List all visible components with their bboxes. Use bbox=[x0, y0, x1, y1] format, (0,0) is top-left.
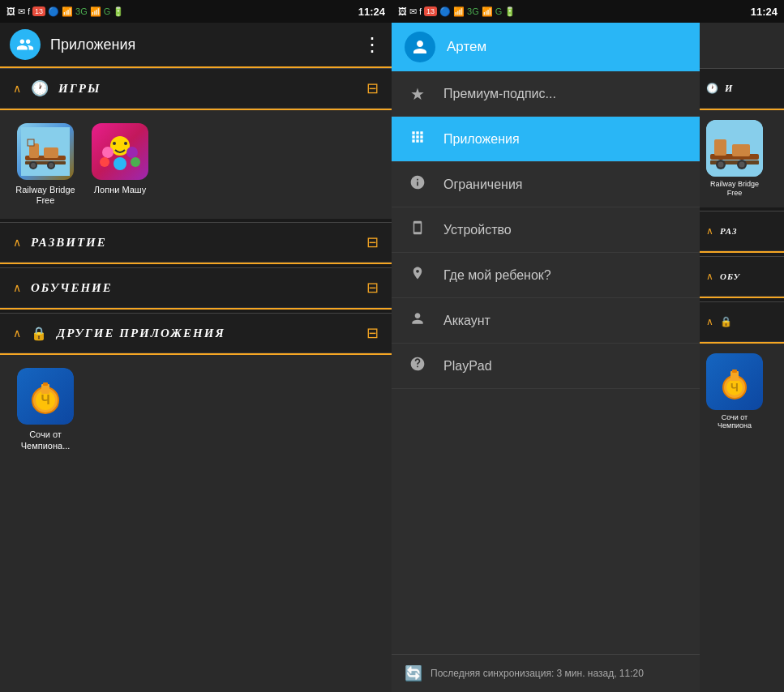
partial-sochi-item[interactable]: Ч Сочи от Чемпиона bbox=[706, 353, 763, 431]
photo-icon: 🖼 bbox=[6, 6, 15, 16]
obuchenie-chevron[interactable]: ∧ bbox=[13, 281, 21, 294]
left-menu-button[interactable]: ⋮ bbox=[362, 33, 382, 56]
partial-sochi-area: Ч Сочи от Чемпиона bbox=[700, 344, 784, 441]
svg-point-29 bbox=[718, 162, 724, 168]
sync-icon: 🔄 bbox=[405, 664, 422, 682]
network-icon: 3G bbox=[75, 6, 88, 16]
partial-razvitie-label: РА3 bbox=[720, 226, 738, 236]
games-title: ИГРЫ bbox=[58, 82, 101, 96]
restrictions-icon bbox=[408, 174, 427, 194]
status-icons-right: 🖼 ✉ f 13 🔵 📶 3G 📶 G 🔋 bbox=[398, 6, 516, 17]
drawer-item-restrictions[interactable]: Ограничения bbox=[392, 162, 700, 207]
partial-games-header: 🕐 И bbox=[700, 68, 784, 109]
bt-icon-r: 🔵 bbox=[439, 6, 451, 17]
apps-icon bbox=[408, 129, 427, 149]
svg-point-15 bbox=[100, 157, 109, 167]
app-railway[interactable]: Railway Bridge Free bbox=[13, 123, 78, 206]
partial-razvitie-chevron: ∧ bbox=[706, 225, 713, 237]
partial-obuchenie-chevron: ∧ bbox=[706, 271, 713, 282]
signal-icon-r: 📶 bbox=[482, 6, 493, 17]
drawer-item-playpad[interactable]: PlayPad bbox=[392, 344, 700, 389]
drawer-user-row[interactable]: Артем bbox=[392, 23, 700, 71]
razvitie-filter-icon[interactable]: ⊟ bbox=[366, 233, 379, 251]
partial-games-label: И bbox=[725, 83, 733, 95]
fb-icon: f bbox=[28, 6, 30, 16]
location-icon bbox=[408, 265, 427, 285]
g-icon-r: G bbox=[495, 6, 503, 16]
razvitie-header-left: ∧ РАЗВИТИЕ bbox=[13, 236, 366, 250]
svg-point-17 bbox=[131, 157, 140, 167]
app-lopni[interactable]: Лопни Машу bbox=[88, 123, 152, 206]
status-bar-right: 🖼 ✉ f 13 🔵 📶 3G 📶 G 🔋 11:24 bbox=[392, 6, 784, 18]
drawer-item-location[interactable]: Где мой ребенок? bbox=[392, 253, 700, 298]
games-chevron[interactable]: ∧ bbox=[13, 82, 21, 95]
signal-icon: 📶 bbox=[90, 6, 101, 17]
sochi-left-icon: Ч bbox=[17, 368, 74, 425]
battery-icon-r: 🔋 bbox=[504, 6, 516, 17]
drawer-item-account[interactable]: Аккаунт bbox=[392, 298, 700, 344]
mail-icon-r: ✉ bbox=[409, 6, 417, 17]
other-header-left: ∧ 🔒 ДРУГИЕ ПРИЛОЖЕНИЯ bbox=[13, 326, 366, 341]
status-bar: 🖼 ✉ f 13 🔵 📶 3G 📶 G 🔋 11:24 🖼 ✉ f 13 🔵 📶… bbox=[0, 0, 784, 23]
obuchenie-title: ОБУЧЕНИЕ bbox=[31, 281, 113, 295]
obuchenie-filter-icon[interactable]: ⊟ bbox=[366, 279, 379, 297]
other-chevron[interactable]: ∧ bbox=[13, 327, 21, 340]
obuchenie-header-left: ∧ ОБУЧЕНИЕ bbox=[13, 281, 366, 295]
fb-icon-r: f bbox=[419, 6, 422, 16]
status-time-right: 11:24 bbox=[751, 6, 778, 18]
drawer-item-device[interactable]: Устройство bbox=[392, 207, 700, 253]
games-section-header: ∧ 🕐 ИГРЫ ⊟ bbox=[0, 68, 392, 109]
account-label: Аккаунт bbox=[443, 314, 491, 328]
razvitie-title: РАЗВИТИЕ bbox=[31, 236, 107, 250]
svg-rect-36 bbox=[732, 369, 737, 373]
status-icons-left: 🖼 ✉ f 13 🔵 📶 3G 📶 G 🔋 bbox=[6, 6, 124, 17]
battery-icon: 🔋 bbox=[113, 6, 124, 17]
razvitie-section-header: ∧ РАЗВИТИЕ ⊟ bbox=[0, 222, 392, 263]
drawer-user-avatar bbox=[405, 32, 435, 62]
razvitie-chevron[interactable]: ∧ bbox=[13, 236, 21, 249]
drawer-item-premium[interactable]: ★ Премиум-подпис... bbox=[392, 71, 700, 117]
playpad-label: PlayPad bbox=[443, 359, 492, 374]
other-lock-icon: 🔒 bbox=[31, 326, 47, 341]
playpad-icon bbox=[408, 356, 427, 376]
svg-point-11 bbox=[113, 142, 116, 145]
drawer-user-name: Артем bbox=[447, 39, 486, 55]
other-title: ДРУГИЕ ПРИЛОЖЕНИЯ bbox=[57, 327, 225, 340]
svg-point-13 bbox=[102, 147, 114, 158]
device-icon bbox=[408, 220, 427, 240]
wifi-icon: 📶 bbox=[62, 6, 73, 17]
photo-icon-r: 🖼 bbox=[398, 6, 407, 16]
sync-text: Последняя синхронизация: 3 мин. назад, 1… bbox=[431, 667, 644, 681]
premium-icon: ★ bbox=[408, 84, 427, 104]
partial-railway-item[interactable]: Railway Bridge Free bbox=[706, 120, 763, 198]
games-apps-grid: Railway Bridge Free bbox=[0, 110, 392, 219]
status-time-left: 11:24 bbox=[358, 6, 385, 18]
status-bar-left: 🖼 ✉ f 13 🔵 📶 3G 📶 G 🔋 11:24 bbox=[0, 6, 392, 18]
apps-label: Приложения bbox=[443, 132, 520, 147]
games-header-left: ∧ 🕐 ИГРЫ bbox=[13, 79, 366, 97]
svg-point-14 bbox=[126, 147, 138, 158]
drawer-item-apps[interactable]: Приложения bbox=[392, 117, 700, 162]
network-icon-r: 3G bbox=[467, 6, 479, 16]
svg-rect-4 bbox=[44, 147, 58, 158]
partial-railway-name: Railway Bridge Free bbox=[706, 180, 763, 198]
railway-icon bbox=[17, 123, 74, 180]
partial-other-header: ∧ 🔒 bbox=[700, 301, 784, 342]
location-label: Где мой ребенок? bbox=[443, 268, 551, 283]
partial-lock: 🔒 bbox=[720, 316, 732, 327]
device-label: Устройство bbox=[443, 223, 512, 237]
g-icon: G bbox=[104, 6, 111, 16]
svg-point-16 bbox=[114, 157, 126, 170]
svg-rect-26 bbox=[714, 139, 726, 156]
svg-point-6 bbox=[31, 163, 36, 168]
right-panel-partial: 🕐 И bbox=[700, 23, 784, 692]
partial-obuchenie-header: ∧ ОБУ bbox=[700, 256, 784, 297]
lopni-name: Лопни Машу bbox=[94, 185, 146, 195]
other-filter-icon[interactable]: ⊟ bbox=[366, 324, 379, 342]
app-sochi-left[interactable]: Ч Сочи от Чемпиона... bbox=[13, 368, 78, 451]
left-panel: Приложения ⋮ ∧ 🕐 ИГРЫ ⊟ bbox=[0, 23, 392, 692]
games-filter-icon[interactable]: ⊟ bbox=[366, 79, 379, 97]
svg-point-8 bbox=[49, 163, 54, 168]
lopni-icon bbox=[92, 123, 148, 180]
svg-rect-9 bbox=[28, 139, 34, 146]
